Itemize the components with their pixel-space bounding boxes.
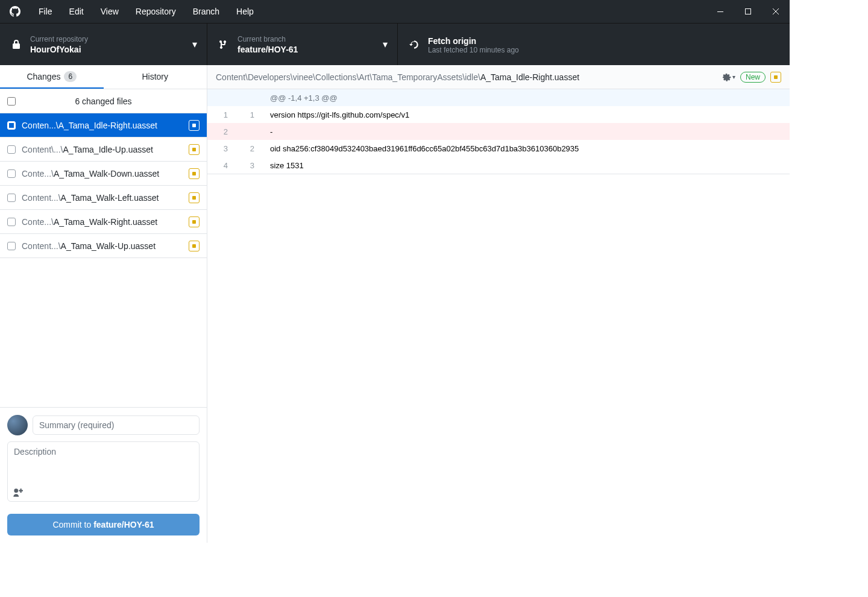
file-checkbox[interactable] [7, 242, 16, 250]
file-name: Content...\A_Tama_Walk-Up.uasset [22, 241, 183, 251]
branch-name: feature/HOY-61 [237, 45, 298, 54]
modified-icon [189, 120, 200, 131]
file-row[interactable]: Content...\A_Tama_Walk-Up.uasset [0, 234, 207, 258]
file-name: Content...\A_Tama_Walk-Left.uasset [22, 193, 183, 203]
diff-content: size 1531 [263, 159, 790, 172]
svg-rect-0 [717, 11, 723, 12]
changes-count-badge: 6 [64, 71, 77, 82]
modified-icon [189, 192, 200, 203]
repo-label: Current repository [30, 35, 88, 43]
changes-header-label: 6 changed files [7, 96, 200, 106]
window-close-button[interactable] [762, 0, 790, 23]
tab-history[interactable]: History [104, 65, 207, 89]
sidebar: Changes 6 History 6 changed files Conten… [0, 65, 207, 543]
diff-path-filename: A_Tama_Idle-Right.uasset [480, 72, 579, 82]
menu-file[interactable]: File [30, 0, 61, 23]
svg-rect-1 [746, 9, 751, 14]
lock-icon [10, 40, 23, 49]
toolbar: Current repository HourOfYokai ▾ Current… [0, 23, 790, 65]
file-row[interactable]: Conte...\A_Tama_Walk-Right.uasset [0, 210, 207, 234]
current-repository-selector[interactable]: Current repository HourOfYokai ▾ [0, 24, 207, 65]
gutter-old: 1 [207, 110, 234, 119]
commit-form: Commit to feature/HOY-61 [0, 407, 207, 543]
tab-changes[interactable]: Changes 6 [0, 65, 104, 89]
gutter-new: 2 [234, 144, 260, 153]
diff-content: oid sha256:cf38049d532403baed31961ff6d6c… [263, 142, 790, 156]
diff-header: Content\Developers\vinee\Collections\Art… [207, 65, 790, 89]
diff-line[interactable]: 3 2 oid sha256:cf38049d532403baed31961ff… [207, 140, 790, 157]
repo-name: HourOfYokai [30, 45, 88, 54]
commit-button[interactable]: Commit to feature/HOY-61 [7, 514, 200, 535]
file-row[interactable]: Content\...\A_Tama_Idle-Up.uasset [0, 137, 207, 162]
file-checkbox[interactable] [7, 121, 16, 130]
github-logo-icon [0, 6, 30, 17]
current-branch-selector[interactable]: Current branch feature/HOY-61 ▾ [207, 24, 398, 65]
file-list: Conten...\A_Tama_Idle-Right.uasset Conte… [0, 113, 207, 407]
diff-content: version https://git-lfs.github.com/spec/… [263, 108, 790, 122]
chevron-down-icon: ▾ [732, 74, 735, 80]
file-name: Conten...\A_Tama_Idle-Right.uasset [22, 121, 183, 130]
app-menu: File Edit View Repository Branch Help [30, 0, 706, 23]
commit-summary-input[interactable] [33, 415, 200, 435]
file-row[interactable]: Conte...\A_Tama_Walk-Down.uasset [0, 162, 207, 186]
gutter-new: 3 [234, 161, 260, 170]
menu-help[interactable]: Help [228, 0, 262, 23]
file-row[interactable]: Content...\A_Tama_Walk-Left.uasset [0, 186, 207, 210]
diff-line[interactable]: 1 1 version https://git-lfs.github.com/s… [207, 106, 790, 123]
diff-line[interactable]: @@ -1,4 +1,3 @@ [207, 89, 790, 106]
new-badge: New [740, 72, 766, 83]
diff-content: @@ -1,4 +1,3 @@ [263, 91, 790, 105]
fetch-origin-button[interactable]: Fetch origin Last fetched 10 minutes ago [398, 24, 790, 65]
modified-icon [770, 72, 781, 83]
add-coauthor-button[interactable] [12, 487, 23, 501]
commit-button-branch: feature/HOY-61 [93, 520, 154, 529]
modified-icon [189, 241, 200, 251]
modified-icon [189, 216, 200, 227]
diff-file-path: Content\Developers\vinee\Collections\Art… [216, 72, 717, 82]
changes-header: 6 changed files [0, 89, 207, 113]
fetch-label: Fetch origin [428, 36, 519, 46]
menu-repository[interactable]: Repository [127, 0, 184, 23]
diff-body[interactable]: @@ -1,4 +1,3 @@ 1 1 version https://git-… [207, 89, 790, 543]
avatar [7, 415, 28, 435]
file-checkbox[interactable] [7, 145, 16, 154]
modified-icon [189, 168, 200, 179]
tab-changes-label: Changes [27, 72, 60, 81]
fetch-status: Last fetched 10 minutes ago [428, 46, 519, 54]
window-controls [706, 0, 790, 23]
diff-path-dir: Content\Developers\vinee\Collections\Art… [216, 72, 480, 82]
menu-view[interactable]: View [92, 0, 127, 23]
gutter-new: 1 [234, 110, 260, 119]
file-checkbox[interactable] [7, 169, 16, 178]
chevron-down-icon: ▾ [183, 39, 197, 50]
file-name: Conte...\A_Tama_Walk-Right.uasset [22, 217, 183, 227]
gutter-old: 3 [207, 144, 234, 153]
chevron-down-icon: ▾ [373, 39, 388, 50]
gutter-old: 2 [207, 127, 234, 136]
diff-line[interactable]: 4 3 size 1531 [207, 157, 790, 174]
sidebar-tabs: Changes 6 History [0, 65, 207, 89]
branch-label: Current branch [237, 35, 298, 43]
diff-line[interactable]: 2 - [207, 123, 790, 140]
gutter-old: 4 [207, 161, 234, 170]
file-checkbox[interactable] [7, 194, 16, 202]
menu-edit[interactable]: Edit [61, 0, 92, 23]
window-maximize-button[interactable] [734, 0, 762, 23]
diff-panel: Content\Developers\vinee\Collections\Art… [207, 65, 790, 543]
sync-icon [407, 39, 421, 50]
menu-branch[interactable]: Branch [184, 0, 228, 23]
main: Changes 6 History 6 changed files Conten… [0, 65, 790, 543]
file-name: Content\...\A_Tama_Idle-Up.uasset [22, 145, 183, 154]
diff-content: - [263, 125, 790, 139]
titlebar: File Edit View Repository Branch Help [0, 0, 790, 23]
window-minimize-button[interactable] [706, 0, 734, 23]
diff-settings-button[interactable]: ▾ [722, 72, 735, 82]
file-row[interactable]: Conten...\A_Tama_Idle-Right.uasset [0, 113, 207, 137]
commit-description-input[interactable] [7, 441, 200, 502]
file-name: Conte...\A_Tama_Walk-Down.uasset [22, 169, 183, 178]
file-checkbox[interactable] [7, 218, 16, 226]
commit-button-prefix: Commit to [52, 520, 93, 529]
modified-icon [189, 144, 200, 155]
git-branch-icon [217, 40, 230, 49]
